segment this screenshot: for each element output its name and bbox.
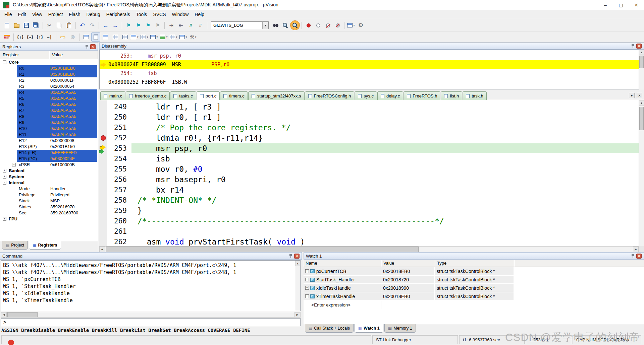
step-out-icon[interactable]: {↑} — [35, 32, 44, 42]
register-row[interactable]: R14 (LR)0xFFFFFFFD — [0, 150, 98, 156]
gutter-cell[interactable] — [99, 112, 107, 122]
tab-port.c[interactable]: port.c — [197, 91, 220, 100]
breakpoint-icon[interactable] — [101, 135, 106, 141]
watch-value-cell[interactable]: 0x20018EB0 — [381, 267, 435, 276]
gutter-cell[interactable] — [99, 216, 107, 226]
code-line[interactable]: 249ldr r1, [ r3 ] — [99, 101, 639, 112]
disassembly-view[interactable]: 253: msr psp, r00x0800024E F3808809 MSR … — [99, 50, 644, 89]
register-row[interactable]: +System — [0, 174, 98, 180]
register-row[interactable]: R13 (SP)0x2001B150 — [0, 144, 98, 150]
tree-expander-icon[interactable]: + — [305, 278, 309, 281]
menu-window[interactable]: Window — [169, 10, 192, 18]
register-row[interactable]: R70xA5A5A5A5 — [0, 108, 98, 114]
minimize-button[interactable]: – — [598, 0, 613, 10]
menu-file[interactable]: File — [1, 10, 15, 18]
tab-registers[interactable]: ▦Registers — [29, 241, 61, 250]
tab-FreeRTOS.h[interactable]: FreeRTOS.h — [404, 91, 440, 100]
system-viewer-icon[interactable]: ▾ — [179, 32, 188, 42]
register-row[interactable]: ModeHandler — [0, 186, 98, 192]
gutter-cell[interactable] — [99, 164, 107, 174]
run-to-cursor-icon[interactable]: →| — [45, 32, 54, 42]
register-row[interactable]: R90xA5A5A5A5 — [0, 120, 98, 126]
register-row[interactable]: R110xA5A5A5A5 — [0, 132, 98, 138]
stop-icon[interactable]: ⊗ — [68, 32, 77, 42]
editor-vertical-scrollbar[interactable]: ▲ — [639, 100, 644, 246]
pin-icon[interactable] — [631, 254, 635, 259]
code-line[interactable]: 253msr psp, r0 — [99, 143, 639, 153]
menu-peripherals[interactable]: Peripherals — [103, 10, 133, 18]
pin-icon[interactable] — [288, 254, 293, 259]
gutter-cell[interactable] — [99, 174, 107, 185]
command-scrollbar[interactable]: ▲ — [295, 261, 300, 311]
tab-FreeRTOSConfig.h[interactable]: FreeRTOSConfig.h — [305, 91, 355, 100]
save-all-icon[interactable] — [32, 21, 41, 30]
registers-window-icon[interactable] — [111, 32, 120, 42]
code-editor[interactable]: 249ldr r1, [ r3 ]250ldr r0, [ r1 ]251/* … — [99, 100, 639, 246]
disable-breakpoints-icon[interactable] — [333, 21, 342, 30]
save-icon[interactable] — [22, 21, 31, 30]
tab-list.h[interactable]: list.h — [441, 91, 462, 100]
register-row[interactable]: PrivilegePrivileged — [0, 192, 98, 198]
watch-type-cell[interactable]: struct tskTaskControlBlock * — [435, 284, 514, 292]
tree-expander-icon[interactable]: - — [3, 181, 6, 185]
menu-flash[interactable]: Flash — [66, 10, 83, 18]
gutter-cell[interactable] — [99, 101, 107, 112]
code-line[interactable]: 257bx r14 — [99, 185, 639, 195]
redo-icon[interactable]: ↷ — [88, 21, 97, 30]
watch-row[interactable]: +xIdleTaskHandle0x20018990struct tskTask… — [304, 284, 644, 292]
column-name[interactable]: Name — [304, 260, 381, 267]
register-row[interactable]: R120x00000008 — [0, 138, 98, 144]
tab-project[interactable]: ▤Project — [2, 241, 28, 250]
watch-new-expression-row[interactable]: <Enter expression> — [304, 301, 644, 309]
bookmark-prev-icon[interactable]: ⚑ — [134, 21, 143, 30]
code-line[interactable]: 250ldr r0, [ r1 ] — [99, 112, 639, 122]
column-value[interactable]: Value — [381, 260, 435, 267]
code-line[interactable]: 260/*-----------------------------------… — [99, 216, 639, 226]
watch-name-cell[interactable]: +pxCurrentTCB — [304, 267, 381, 276]
disassembly-line[interactable]: 253: msr psp, r0 — [100, 52, 644, 60]
menu-view[interactable]: View — [29, 10, 45, 18]
run-icon[interactable]: ⇨ — [58, 32, 67, 42]
register-row[interactable]: R60xA5A5A5A5 — [0, 101, 98, 108]
editor-horizontal-scrollbar[interactable]: ◀ ▶ — [99, 246, 639, 252]
tab-main.c[interactable]: main.c — [100, 91, 125, 100]
bookmark-clear-icon[interactable]: ⚑ — [153, 21, 162, 30]
watch-type-cell[interactable]: struct tskTaskControlBlock * — [435, 292, 514, 301]
command-input[interactable]: > — [1, 318, 301, 326]
close-panel-icon[interactable]: ✕ — [90, 44, 96, 49]
new-file-icon[interactable] — [2, 21, 11, 30]
scroll-left-icon[interactable]: ◀ — [99, 247, 105, 252]
indent-icon[interactable]: ⇥ — [167, 21, 176, 30]
register-row[interactable]: States3592816970 — [0, 204, 98, 210]
register-row[interactable]: +FPU — [0, 216, 98, 222]
register-row[interactable]: R20x0000001F — [0, 77, 98, 83]
menu-project[interactable]: Project — [45, 10, 66, 18]
callstack-window-icon[interactable] — [120, 32, 129, 42]
scroll-up-icon[interactable]: ▲ — [295, 261, 300, 266]
code-line[interactable]: 256msr basepri, r0 — [99, 174, 639, 185]
comment-icon[interactable]: // — [186, 21, 195, 30]
tree-expander-icon[interactable]: + — [3, 217, 6, 221]
register-row[interactable]: R80xA5A5A5A5 — [0, 114, 98, 120]
code-line[interactable]: 252ldmia r0!, {r4-r11,r14} — [99, 133, 639, 143]
command-window-icon[interactable] — [82, 32, 91, 42]
tab-delay.c[interactable]: delay.c — [377, 91, 403, 100]
analysis-window-icon[interactable]: ▾ — [159, 32, 168, 42]
scroll-right-icon[interactable]: ▶ — [294, 312, 300, 317]
find-next-icon[interactable] — [281, 21, 290, 30]
tree-expander-icon[interactable]: + — [305, 269, 309, 273]
register-row[interactable]: R30x20000054 — [0, 83, 98, 89]
column-type[interactable]: Type — [435, 260, 514, 267]
kill-breakpoints-icon[interactable] — [323, 21, 332, 30]
bookmark-next-icon[interactable]: ⚑ — [144, 21, 153, 30]
watch-value-cell[interactable] — [381, 301, 435, 309]
scroll-up-icon[interactable]: ▲ — [639, 50, 644, 55]
serial-window-icon[interactable]: ▾ — [150, 32, 159, 42]
find-icon[interactable] — [290, 21, 300, 30]
command-horizontal-scrollbar[interactable]: ◀ ▶ — [1, 312, 301, 318]
gutter-cell[interactable] — [99, 195, 107, 205]
reset-icon[interactable]: RST — [2, 32, 11, 42]
menu-debug[interactable]: Debug — [84, 10, 103, 18]
menu-edit[interactable]: Edit — [15, 10, 29, 18]
tab-memory-1[interactable]: ▦Memory 1 — [384, 324, 416, 333]
